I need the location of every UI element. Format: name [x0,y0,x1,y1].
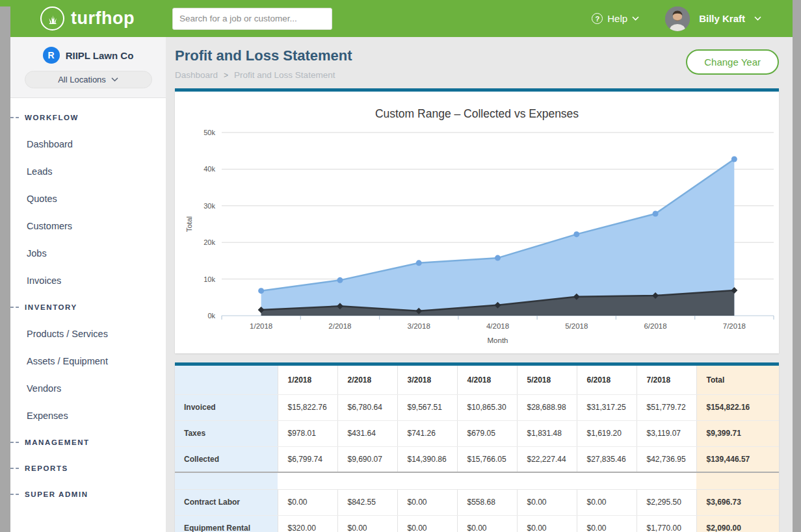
company-name: RIIPL Lawn Co [66,50,134,61]
user-avatar[interactable] [665,6,690,31]
sidebar-item-invoices[interactable]: Invoices [10,267,166,294]
breadcrumb: Dashboard > Profit and Loss Statement [175,70,352,80]
table-spacer-cell [278,472,696,489]
sidebar-item-assets-equipment[interactable]: Assets / Equipment [10,348,166,375]
row-label: Collected [175,446,278,472]
table-cell: $27,835.46 [577,446,637,472]
table-column-header: 1/2018 [278,366,337,394]
table-column-header: 4/2018 [457,366,517,394]
table-cell: $0.00 [577,515,637,532]
sidebar-section-inventory[interactable]: INVENTORY [10,294,166,320]
row-total-cell: $139,446.57 [696,446,779,472]
svg-text:0k: 0k [207,312,215,320]
table-cell: $1,619.20 [577,420,637,446]
sidebar-section-management[interactable]: MANAGEMENT [10,429,166,455]
company-logo-badge: R [43,47,60,64]
location-selector[interactable]: All Locations [25,71,152,88]
table-cell: $31,317.25 [577,394,637,420]
sidebar-section-super-admin[interactable]: SUPER ADMIN [10,481,166,507]
table-cell: $2,295.50 [637,489,696,515]
sidebar-item-jobs[interactable]: Jobs [10,240,166,267]
sidebar-section-reports[interactable]: REPORTS [10,455,166,481]
svg-text:1/2018: 1/2018 [250,322,272,330]
table-row-equipment-rental: Equipment Rental$320.00$0.00$0.00$0.00$0… [175,515,779,532]
sidebar-item-products-services[interactable]: Products / Services [10,320,166,348]
sidebar-item-leads[interactable]: Leads [10,158,166,185]
sidebar: R RIIPL Lawn Co All Locations WORKFLOWDa… [10,37,166,532]
table-cell: $15,822.76 [278,394,337,420]
table-row-contract-labor: Contract Labor$0.00$842.55$0.00$558.68$0… [175,489,779,515]
table-cell: $15,766.05 [457,446,517,472]
table-cell: $1,770.00 [637,515,696,532]
sidebar-item-customers[interactable]: Customers [10,212,166,240]
table-cell: $0.00 [517,515,577,532]
table-cell: $842.55 [337,489,397,515]
svg-text:3/2018: 3/2018 [408,322,430,330]
breadcrumb-dashboard[interactable]: Dashboard [175,70,218,80]
search-input[interactable] [172,8,332,30]
row-label: Invoiced [175,394,278,420]
page-title: Profit and Loss Statement [175,47,352,64]
table-row-taxes: Taxes$978.01$431.64$741.26$679.05$1,831.… [175,420,779,446]
svg-text:2/2018: 2/2018 [328,322,351,330]
help-label: Help [607,13,627,24]
svg-text:6/2018: 6/2018 [644,322,666,330]
sidebar-item-expenses[interactable]: Expenses [10,402,166,429]
section-dash-icon [10,468,19,469]
svg-text:40k: 40k [204,165,215,173]
app-logo[interactable]: turfhop [40,6,135,31]
right-edge-strip [793,0,801,532]
table-cell: $6,780.64 [337,394,397,420]
section-dash-icon [10,117,19,118]
row-total-cell: $9,399.71 [696,420,779,446]
svg-text:20k: 20k [204,238,215,246]
svg-text:50k: 50k [204,129,215,136]
table-cell: $14,390.86 [397,446,457,472]
grass-logo-icon [40,6,64,31]
svg-text:7/2018: 7/2018 [723,322,746,330]
table-column-header: 2/2018 [337,366,397,394]
table-cell: $431.64 [337,420,397,446]
location-selector-label: All Locations [58,75,106,84]
help-icon: ? [592,13,603,24]
table-cell: $679.05 [457,420,517,446]
sidebar-item-quotes[interactable]: Quotes [10,185,166,212]
svg-text:30k: 30k [204,202,215,210]
table-cell: $6,799.74 [278,446,337,472]
user-name[interactable]: Billy Kraft [699,13,745,24]
table-row-invoiced: Invoiced$15,822.76$6,780.64$9,567.51$10,… [175,394,779,420]
row-label: Contract Labor [175,489,278,515]
table-cell: $3,119.07 [637,420,696,446]
chevron-down-icon [632,16,639,21]
table-cell: $558.68 [457,489,517,515]
table-cell: $0.00 [577,489,637,515]
sidebar-section-workflow[interactable]: WORKFLOW [10,105,166,131]
chevron-down-icon [754,16,761,21]
sidebar-company-panel: R RIIPL Lawn Co All Locations [10,37,166,98]
pl-table: 1/20182/20183/20184/20185/20186/20187/20… [175,366,779,532]
table-cell: $0.00 [457,515,517,532]
table-column-header: 5/2018 [517,366,577,394]
table-column-header: 3/2018 [397,366,457,394]
sidebar-item-vendors[interactable]: Vendors [10,375,166,402]
row-label: Equipment Rental [175,515,278,532]
table-cell: $9,567.51 [397,394,457,420]
table-corner-cell [175,366,278,394]
section-dash-icon [10,442,19,443]
app-window: turfhop ? Help Billy Kraft [0,0,801,532]
row-label: Taxes [175,420,278,446]
top-header: turfhop ? Help Billy Kraft [0,0,793,37]
chart-card: Custom Range – Collected vs Expenses 0k1… [175,88,779,353]
sidebar-item-dashboard[interactable]: Dashboard [10,131,166,158]
row-total-cell: $3,696.73 [696,489,779,515]
table-cell: $0.00 [397,515,457,532]
help-menu[interactable]: ? Help [592,13,639,24]
main-content: Profit and Loss Statement Dashboard > Pr… [166,37,793,532]
table-cell: $9,690.07 [337,446,397,472]
table-cell: $0.00 [517,489,577,515]
svg-text:10k: 10k [204,275,215,283]
change-year-button[interactable]: Change Year [686,49,779,75]
section-dash-icon [10,494,19,495]
svg-text:5/2018: 5/2018 [565,322,588,330]
table-column-header: 7/2018 [637,366,696,394]
